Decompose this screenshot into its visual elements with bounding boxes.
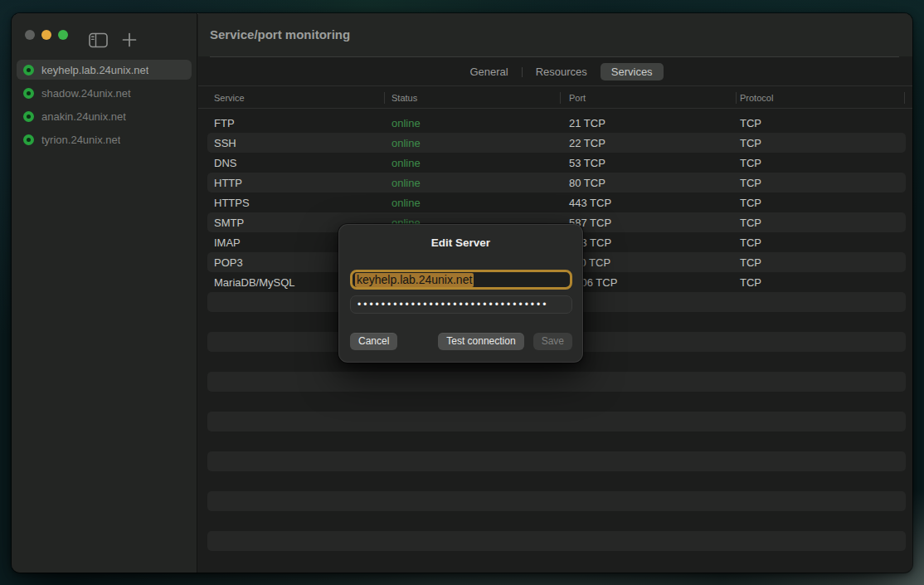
table-row[interactable]: HTTPSonline443 TCPTCP	[207, 193, 906, 212]
table-row-empty	[207, 511, 906, 531]
minimize-button[interactable]	[41, 30, 51, 40]
page-title: Service/port monitoring	[198, 13, 912, 56]
cell-port: 443 TCP	[562, 197, 733, 209]
sidebar-toggle-icon	[89, 32, 108, 48]
table-row-empty	[207, 531, 906, 551]
cell-service: SSH	[207, 137, 385, 149]
table-row[interactable]: SSHonline22 TCPTCP	[207, 133, 906, 153]
table-row-empty	[207, 431, 906, 451]
password-dots: ••••••••••••••••••••••••••••••••	[357, 300, 548, 310]
sidebar-item-server[interactable]: anakin.24unix.net	[17, 106, 192, 126]
cell-service: HTTP	[207, 177, 385, 189]
cell-port: 587 TCP	[562, 217, 733, 229]
tab-bar: General Resources Services	[210, 63, 912, 80]
desktop: { "colors": { "status_online": "#3d8b49"…	[0, 0, 924, 585]
dialog-buttons: Cancel Test connection Save	[350, 333, 572, 350]
cell-service: FTP	[207, 117, 385, 129]
cell-protocol: TCP	[733, 256, 906, 269]
table-row-empty	[207, 372, 906, 392]
cell-service: DNS	[207, 157, 385, 169]
server-list: keyhelp.lab.24unix.netshadow.24unix.neta…	[17, 60, 192, 153]
cell-status: online	[385, 177, 562, 189]
cell-port: 3306 TCP	[562, 276, 733, 289]
sidebar: keyhelp.lab.24unix.netshadow.24unix.neta…	[12, 13, 197, 573]
table-row-empty	[207, 412, 906, 431]
test-connection-button[interactable]: Test connection	[438, 333, 523, 350]
dialog-title: Edit Server	[338, 236, 583, 249]
cell-status: online	[385, 197, 562, 209]
column-divider	[560, 92, 561, 104]
sidebar-item-server[interactable]: tyrion.24unix.net	[17, 129, 192, 149]
tab-resources[interactable]: Resources	[525, 63, 598, 80]
table-row-empty	[207, 451, 906, 471]
sidebar-toggle-button[interactable]	[89, 32, 108, 51]
column-header-service[interactable]: Service	[214, 86, 245, 110]
table-row-empty	[207, 392, 906, 412]
table-row[interactable]: HTTPonline80 TCPTCP	[207, 173, 906, 193]
tab-services[interactable]: Services	[601, 63, 664, 80]
column-header-protocol[interactable]: Protocol	[740, 86, 773, 110]
tab-separator	[522, 67, 523, 77]
sidebar-item-server[interactable]: keyhelp.lab.24unix.net	[17, 60, 192, 80]
server-name-label: tyrion.24unix.net	[41, 134, 120, 146]
cell-protocol: TCP	[733, 117, 906, 129]
cell-status: online	[385, 157, 562, 169]
cell-service: HTTPS	[207, 197, 385, 209]
close-button[interactable]	[25, 30, 35, 40]
server-name-label: keyhelp.lab.24unix.net	[41, 64, 148, 76]
titlebar-divider	[210, 56, 899, 57]
table-header: Service Status Port Protocol	[198, 85, 912, 109]
cell-port: 110 TCP	[562, 256, 733, 269]
server-address-selected-text: keyhelp.lab.24unix.net	[355, 273, 474, 287]
table-row-empty	[207, 471, 906, 491]
edit-server-dialog: Edit Server keyhelp.lab.24unix.net •••••…	[338, 224, 583, 363]
cell-port: 143 TCP	[562, 236, 733, 249]
column-divider	[904, 92, 905, 104]
plus-icon	[121, 32, 138, 48]
server-status-icon	[23, 65, 34, 76]
cell-protocol: TCP	[733, 137, 906, 149]
cell-status: online	[385, 117, 562, 129]
cell-protocol: TCP	[733, 236, 906, 249]
window-controls	[25, 30, 68, 40]
table-row[interactable]: FTPonline21 TCPTCP	[207, 113, 906, 133]
cancel-button[interactable]: Cancel	[350, 333, 397, 350]
server-name-label: anakin.24unix.net	[41, 110, 126, 123]
column-header-status[interactable]: Status	[391, 86, 417, 110]
cell-protocol: TCP	[733, 276, 906, 289]
cell-status: online	[385, 137, 562, 149]
table-row-empty	[207, 491, 906, 511]
server-status-icon	[23, 134, 34, 145]
sidebar-item-server[interactable]: shadow.24unix.net	[17, 83, 192, 103]
server-status-icon	[23, 88, 34, 99]
save-button[interactable]: Save	[533, 333, 572, 350]
cell-port: 53 TCP	[562, 157, 733, 169]
cell-protocol: TCP	[733, 177, 906, 189]
server-status-icon	[23, 111, 34, 122]
cell-port: 80 TCP	[562, 177, 733, 189]
add-server-button[interactable]	[121, 32, 138, 51]
cell-port: 22 TCP	[562, 137, 733, 149]
column-divider	[736, 92, 737, 104]
table-row[interactable]: DNSonline53 TCPTCP	[207, 153, 906, 173]
tab-general[interactable]: General	[459, 63, 518, 80]
cell-protocol: TCP	[733, 157, 906, 169]
server-name-label: shadow.24unix.net	[41, 87, 131, 100]
column-header-port[interactable]: Port	[569, 86, 586, 110]
cell-protocol: TCP	[733, 197, 906, 209]
server-address-input[interactable]: keyhelp.lab.24unix.net	[350, 270, 572, 290]
column-divider	[384, 92, 385, 104]
password-input[interactable]: ••••••••••••••••••••••••••••••••	[350, 295, 572, 314]
cell-protocol: TCP	[733, 217, 906, 229]
cell-port: 21 TCP	[562, 117, 733, 129]
titlebar: Service/port monitoring	[198, 13, 912, 56]
zoom-button[interactable]	[58, 30, 68, 40]
